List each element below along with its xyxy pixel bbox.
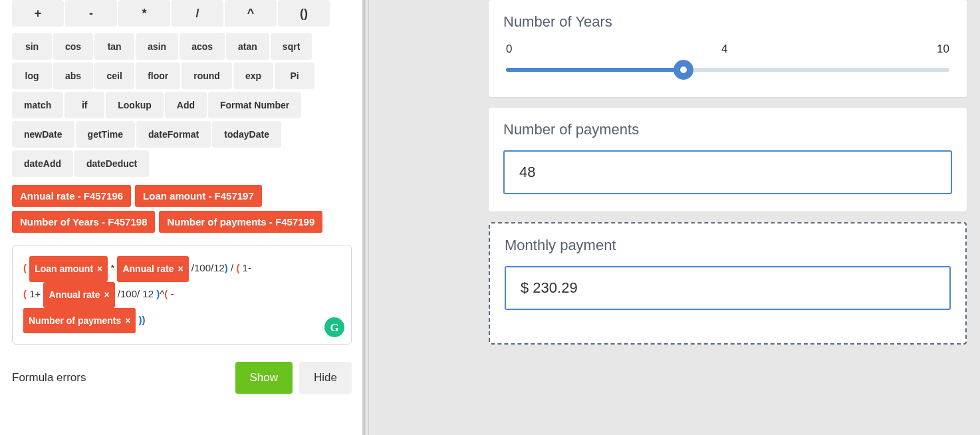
- paren-open: (: [23, 262, 29, 273]
- function-button[interactable]: acos: [180, 33, 225, 60]
- function-button[interactable]: floor: [136, 63, 180, 89]
- field-tag[interactable]: Number of payments - F457199: [159, 211, 322, 233]
- formula-field-token[interactable]: Annual rate×: [43, 282, 114, 308]
- function-button[interactable]: atan: [226, 33, 269, 60]
- function-button[interactable]: Add: [165, 92, 207, 118]
- formula-field-token[interactable]: Number of payments×: [23, 308, 136, 334]
- formula-editor[interactable]: ( Loan amount× * Annual rate× /100/12) /…: [12, 245, 352, 345]
- remove-token-icon[interactable]: ×: [104, 285, 109, 305]
- operator-button[interactable]: /: [172, 0, 223, 27]
- function-button[interactable]: todayDate: [212, 121, 281, 148]
- function-button[interactable]: cos: [53, 33, 93, 60]
- years-title: Number of Years: [503, 13, 952, 31]
- paren-close: ): [142, 314, 146, 325]
- function-button[interactable]: dateFormat: [136, 121, 211, 148]
- monthly-value: $ 230.29: [505, 266, 951, 310]
- formula-text: 1+: [29, 288, 43, 299]
- function-button[interactable]: dateAdd: [12, 150, 73, 177]
- show-errors-button[interactable]: Show: [235, 362, 293, 394]
- field-tag[interactable]: Number of Years - F457198: [12, 211, 155, 233]
- remove-token-icon[interactable]: ×: [97, 259, 102, 279]
- formula-text: 1-: [243, 262, 251, 273]
- payments-title: Number of payments: [503, 121, 952, 138]
- function-button[interactable]: newDate: [12, 121, 74, 148]
- slider-mid-label: 4: [721, 43, 727, 56]
- payments-card: Number of payments 48: [489, 108, 967, 212]
- function-button[interactable]: Lookup: [106, 92, 164, 118]
- slider-fill: [506, 68, 683, 72]
- formula-field-token[interactable]: Loan amount×: [29, 256, 108, 282]
- formula-text: /100/ 12: [115, 288, 157, 299]
- function-button[interactable]: Pi: [275, 63, 314, 89]
- field-tag[interactable]: Annual rate - F457196: [12, 185, 131, 207]
- remove-token-icon[interactable]: ×: [178, 259, 183, 279]
- formula-text: /100/12: [189, 262, 225, 273]
- function-button[interactable]: match: [12, 92, 63, 118]
- operator-button[interactable]: -: [65, 0, 117, 27]
- slider-max-label: 10: [937, 43, 949, 56]
- operator-button[interactable]: (): [278, 0, 330, 27]
- years-slider[interactable]: [506, 60, 949, 80]
- function-button[interactable]: sqrt: [271, 33, 312, 60]
- function-button[interactable]: exp: [233, 63, 273, 89]
- function-row: sincostanasinacosatansqrtlogabsceilfloor…: [12, 33, 324, 180]
- field-tags: Annual rate - F457196Loan amount - F4571…: [12, 185, 352, 233]
- slider-min-label: 0: [506, 43, 512, 56]
- slider-labels: 0 4 10: [503, 43, 952, 60]
- function-button[interactable]: abs: [53, 63, 93, 89]
- formula-errors-row: Formula errors Show Hide: [12, 362, 352, 394]
- paren-open: (: [23, 288, 29, 299]
- payments-value[interactable]: 48: [503, 150, 952, 194]
- formula-field-token[interactable]: Annual rate×: [117, 256, 188, 282]
- operator-button[interactable]: ^: [225, 0, 277, 27]
- slider-thumb[interactable]: [674, 60, 693, 80]
- function-button[interactable]: log: [12, 63, 52, 89]
- formula-text: /: [228, 262, 237, 273]
- function-button[interactable]: if: [64, 92, 104, 118]
- grammarly-icon: G: [324, 317, 344, 337]
- years-card: Number of Years 0 4 10: [489, 0, 967, 97]
- hide-errors-button[interactable]: Hide: [299, 362, 352, 394]
- monthly-title: Monthly payment: [505, 237, 951, 254]
- formula-text: *: [108, 262, 117, 273]
- form-preview-panel: Number of Years 0 4 10 Number of payment…: [369, 0, 980, 435]
- formula-text: -: [170, 288, 174, 299]
- formula-field-label: Annual rate: [49, 285, 100, 305]
- function-button[interactable]: getTime: [76, 121, 135, 148]
- function-button[interactable]: ceil: [94, 63, 134, 89]
- operator-button[interactable]: +: [12, 0, 64, 27]
- formula-errors-label: Formula errors: [12, 371, 86, 384]
- function-button[interactable]: sin: [12, 33, 52, 60]
- field-tag[interactable]: Loan amount - F457197: [135, 185, 262, 207]
- monthly-card[interactable]: Monthly payment $ 230.29: [489, 222, 967, 345]
- formula-field-label: Loan amount: [35, 259, 93, 279]
- panel-divider[interactable]: [362, 0, 369, 435]
- function-button[interactable]: dateDeduct: [74, 150, 149, 177]
- function-button[interactable]: tan: [94, 33, 134, 60]
- operator-row: +-*/^(): [12, 0, 352, 29]
- function-button[interactable]: asin: [136, 33, 178, 60]
- formula-field-label: Annual rate: [122, 259, 174, 279]
- formula-field-label: Number of payments: [29, 311, 121, 331]
- paren-open: (: [236, 262, 242, 273]
- function-button[interactable]: Format Number: [208, 92, 301, 118]
- function-button[interactable]: round: [182, 63, 232, 89]
- formula-builder-panel: +-*/^() sincostanasinacosatansqrtlogabsc…: [0, 0, 362, 435]
- remove-token-icon[interactable]: ×: [125, 311, 130, 331]
- operator-button[interactable]: *: [118, 0, 170, 27]
